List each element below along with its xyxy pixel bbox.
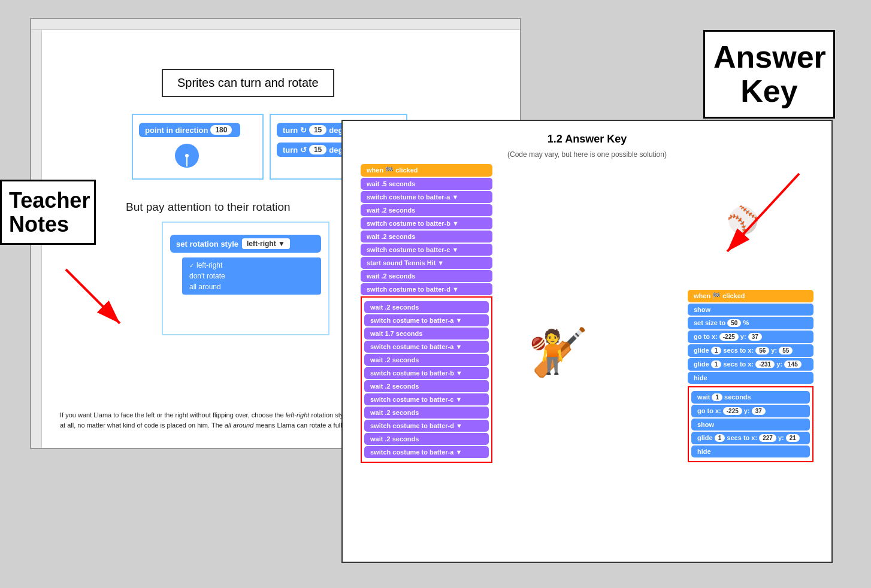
answer-key-right-column: when 🏁 clicked show set size to 50 % go … bbox=[688, 289, 813, 462]
ak-right-size: set size to 50 % bbox=[688, 317, 813, 329]
ak-block-when-clicked: when 🏁 clicked bbox=[361, 164, 492, 177]
ak-block-wait-2c: wait .2 seconds bbox=[361, 270, 492, 282]
batter-figure: 🧍 bbox=[516, 313, 588, 390]
rotation-box: set rotation style left-right ▼ left-rig… bbox=[162, 222, 329, 335]
ak-block-costume-a1: switch costume to batter-a ▼ bbox=[361, 191, 492, 203]
teacher-notes-label: Teacher Notes bbox=[0, 180, 96, 245]
ak-right-when-clicked: when 🏁 clicked bbox=[688, 290, 813, 302]
ak-right-hide: hide bbox=[688, 372, 813, 384]
ak-right-glide1: glide 1 secs to x: 56 y: 55 bbox=[688, 344, 813, 357]
code-box-direction: point in direction 180 bbox=[132, 114, 264, 180]
answer-key-arrow bbox=[703, 162, 823, 269]
ak-block-costume-c1: switch costume to batter-c ▼ bbox=[361, 244, 492, 256]
ak-block-costume-b1: switch costume to batter-b ▼ bbox=[361, 217, 492, 229]
answer-key-left-column: when 🏁 clicked wait .5 seconds switch co… bbox=[361, 163, 492, 463]
teacher-notes-arrow bbox=[60, 263, 132, 335]
ak-block-sound: start sound Tennis Hit ▼ bbox=[361, 257, 492, 269]
dropdown-item-dont-rotate[interactable]: don't rotate bbox=[185, 271, 319, 281]
ruler-top bbox=[31, 19, 520, 30]
slide-subtitle: But pay attention to their rotation bbox=[126, 201, 291, 214]
svg-line-3 bbox=[727, 174, 799, 251]
ak-block-wait-2a: wait .2 seconds bbox=[361, 204, 492, 216]
dropdown-item-left-right[interactable]: left-right bbox=[185, 260, 319, 271]
answer-key-subtitle: (Code may vary, but here is one possible… bbox=[343, 150, 831, 159]
ak-block-costume-d1: switch costume to batter-d ▼ bbox=[361, 283, 492, 295]
dropdown-item-all-around[interactable]: all around bbox=[185, 281, 319, 292]
rotation-dropdown-menu: left-right don't rotate all around bbox=[182, 257, 321, 295]
ak-block-wait-2b: wait .2 seconds bbox=[361, 231, 492, 243]
ak-right-glide2: glide 1 secs to x: -231 y: 145 bbox=[688, 358, 813, 371]
slide-title: Sprites can turn and rotate bbox=[162, 69, 334, 97]
answer-key-label: Answer Key bbox=[703, 30, 835, 119]
ak-right-goto: go to x: -225 y: 37 bbox=[688, 331, 813, 343]
ak-block-wait-5: wait .5 seconds bbox=[361, 178, 492, 190]
point-in-direction-block: point in direction 180 bbox=[139, 123, 240, 137]
svg-line-1 bbox=[66, 269, 120, 323]
set-rotation-block: set rotation style left-right ▼ bbox=[170, 235, 321, 253]
ak-red-section-right: wait 1 seconds go to x: -225 y: 37 show … bbox=[688, 386, 813, 462]
ak-red-section-left: wait .2 seconds switch costume to batter… bbox=[361, 296, 492, 463]
ak-right-show: show bbox=[688, 304, 813, 316]
